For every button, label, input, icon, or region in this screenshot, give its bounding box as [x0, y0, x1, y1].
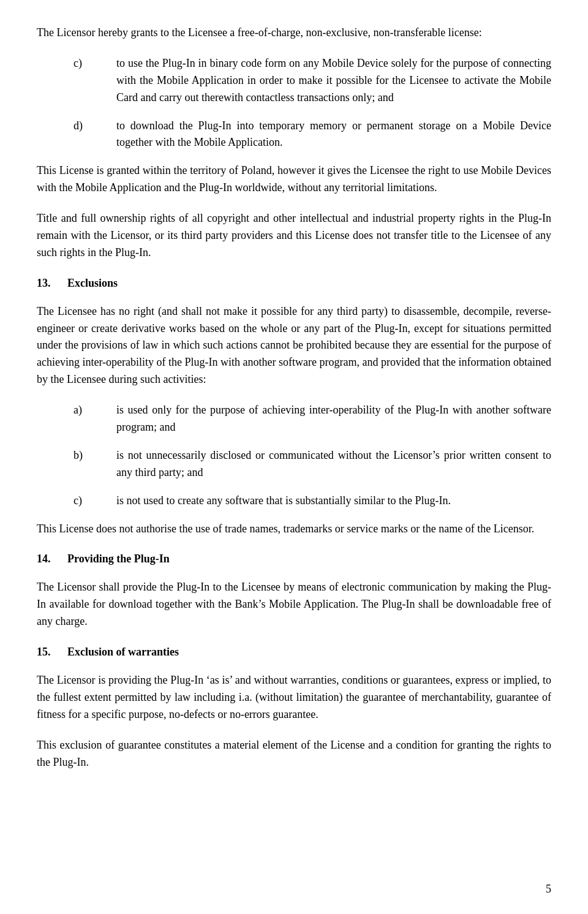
section-15-body: The Licensor is providing the Plug-In ‘a…	[37, 672, 551, 723]
sub-list-item-a: a) is used only for the purpose of achie…	[37, 402, 551, 436]
sub-list-content-a: is used only for the purpose of achievin…	[116, 402, 551, 436]
section-14-heading: 14. Providing the Plug-In	[37, 551, 551, 568]
section-13-body: The Licensee has no right (and shall not…	[37, 303, 551, 388]
sub-list-label-c2: c)	[67, 493, 116, 510]
page-number: 5	[546, 883, 551, 896]
sub-list-label-a: a)	[67, 402, 116, 436]
sub-list-item-b: b) is not unnecessarily disclosed or com…	[37, 447, 551, 482]
sub-list-content-c2: is not used to create any software that …	[116, 493, 551, 510]
section-14-body: The Licensor shall provide the Plug-In t…	[37, 579, 551, 630]
title-rights-text: Title and full ownership rights of all c…	[37, 212, 551, 259]
section-15-heading: 15. Exclusion of warranties	[37, 644, 551, 661]
trade-names-paragraph: This License does not authorise the use …	[37, 521, 551, 538]
sub-list-content-b: is not unnecessarily disclosed or commun…	[116, 447, 551, 482]
page: The Licensor hereby grants to the Licens…	[0, 0, 588, 914]
list-content-c: to use the Plug-In in binary code form o…	[116, 55, 551, 107]
exclusion-guarantee-paragraph: This exclusion of guarantee constitutes …	[37, 737, 551, 771]
list-label-d: d)	[67, 118, 116, 152]
section-15-number: 15.	[37, 644, 67, 661]
list-item-c: c) to use the Plug-In in binary code for…	[37, 55, 551, 107]
list-label-c: c)	[67, 55, 116, 107]
sub-list-item-c2: c) is not used to create any software th…	[37, 493, 551, 510]
intro-paragraph: The Licensor hereby grants to the Licens…	[37, 25, 551, 42]
section-14-number: 14.	[37, 551, 67, 568]
section-13-title: Exclusions	[67, 275, 118, 292]
sub-list-label-b: b)	[67, 447, 116, 482]
section-14-title: Providing the Plug-In	[67, 551, 170, 568]
section-14-body-text: The Licensor shall provide the Plug-In t…	[37, 581, 551, 627]
section-15-title: Exclusion of warranties	[67, 644, 179, 661]
section-15-body-text: The Licensor is providing the Plug-In ‘a…	[37, 674, 551, 720]
trade-names-text: This License does not authorise the use …	[37, 523, 534, 535]
section-13-heading: 13. Exclusions	[37, 275, 551, 292]
title-rights-paragraph: Title and full ownership rights of all c…	[37, 210, 551, 262]
list-content-d: to download the Plug-In into temporary m…	[116, 118, 551, 152]
territory-paragraph: This License is granted within the terri…	[37, 162, 551, 197]
list-item-d: d) to download the Plug-In into temporar…	[37, 118, 551, 152]
section-13-body-text: The Licensee has no right (and shall not…	[37, 305, 551, 386]
section-13-number: 13.	[37, 275, 67, 292]
exclusion-guarantee-text: This exclusion of guarantee constitutes …	[37, 739, 551, 768]
intro-text: The Licensor hereby grants to the Licens…	[37, 26, 482, 39]
territory-text: This License is granted within the terri…	[37, 164, 551, 194]
